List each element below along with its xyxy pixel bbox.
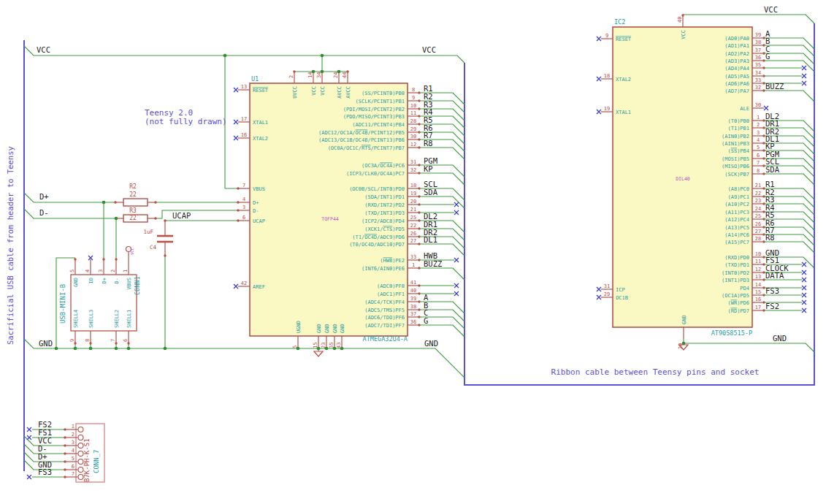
net-label: VCC [422, 45, 436, 54]
pin-number: 26 [755, 221, 761, 227]
pin-name: VBUS [126, 278, 132, 290]
pin-end [164, 254, 166, 256]
pin-name: D- [253, 208, 259, 214]
pin-end [115, 342, 117, 344]
no-connect-icon [764, 106, 768, 110]
pin-name: OC1B [616, 295, 628, 301]
pin-name: (AD0)PA0 [724, 36, 749, 42]
pin-number: 29 [604, 291, 610, 297]
pin-number: 9 [69, 339, 75, 342]
annotation-ribbon-cable: Ribbon cable between Teensy pins and soc… [551, 367, 760, 377]
no-connect-icon [454, 210, 459, 215]
junction-dot [317, 347, 321, 351]
pin-name: (AD5)PA5 [724, 74, 749, 80]
pin-name: (SDA/INT1)PD1 [364, 194, 405, 200]
pin-number: 2 [288, 75, 294, 78]
pin-number: 25 [755, 213, 761, 219]
wire [419, 325, 464, 337]
pin-name: (OC3A/OC4A)PC6 [362, 163, 405, 169]
conn7-pin-circle [78, 443, 83, 448]
no-connect-icon [802, 74, 806, 78]
no-connect-icon [454, 258, 459, 262]
no-connect-icon [597, 295, 601, 299]
pin-name: (ADC1)PF1 [377, 291, 405, 297]
pin-name: (SS)PB4 [727, 148, 749, 154]
net-label: G [424, 316, 428, 325]
pin-number: 27 [755, 229, 761, 234]
pin-number: 10 [755, 251, 761, 257]
pin-name: (AD7)PA7 [724, 88, 749, 94]
pin-number: 7 [757, 160, 760, 166]
vcc-flag-label: VCC [130, 248, 134, 255]
pin-number: 39 [410, 296, 416, 302]
no-connect-icon [597, 37, 601, 41]
pin-name: GND [332, 324, 338, 333]
pin-name: UCAP [253, 218, 265, 224]
no-connect-icon [802, 278, 806, 282]
pin-number: 32 [410, 167, 416, 173]
pin-name: (ADC12/OC1A/OC4B/PCINT12)PB5 [318, 130, 405, 136]
pin-name: (OC0B/SCL/INT0)PD0 [349, 186, 405, 192]
pin-name: XTAL2 [616, 77, 631, 83]
pin-name: VBUS [253, 186, 265, 192]
pin-number: 2 [757, 122, 760, 128]
pin-name: D+ [253, 200, 259, 206]
pin-name: (RD)PD7 [727, 308, 749, 314]
pin-name: (T0/OC4D/ADC10)PD7 [349, 242, 405, 248]
pin-end [237, 209, 239, 211]
pin-number: 9 [605, 33, 608, 39]
pin-name: (ADC7/TDI)PF7 [364, 323, 405, 329]
pin-name: (AD1)PA1 [724, 43, 749, 49]
pin-name: (AIN1)PB3 [722, 141, 749, 147]
wire [764, 53, 814, 64]
pin-name: (AIN0)PB2 [722, 134, 749, 140]
pin-name: VCC [320, 86, 326, 96]
pin-number: 5 [757, 145, 760, 150]
pin-number: 31 [604, 283, 610, 289]
no-connect-icon [454, 291, 459, 296]
pin-number: 10 [410, 103, 416, 109]
pin-number: 3 [98, 270, 104, 272]
junction-dot [337, 70, 341, 74]
net-label: FS3 [38, 467, 52, 476]
pin-number: 8 [412, 87, 415, 93]
net-label: SDA [424, 188, 438, 196]
pin-name: (SCK)PB7 [724, 172, 749, 177]
pin-name: (A13)PC5 [724, 225, 749, 231]
pin-number: 13 [241, 84, 247, 90]
no-connect-icon [802, 293, 806, 297]
pin-number: 16 [241, 132, 247, 138]
net-label: SDA [765, 165, 780, 174]
junction-dot [115, 217, 118, 221]
pin-number: 37 [410, 311, 416, 317]
pin-name: AVCC [345, 86, 351, 99]
pin-name: D+ [102, 278, 107, 283]
u1-reference: U1 [251, 75, 259, 83]
pin-name: (RXD)PD0 [724, 255, 749, 261]
pin-name: (AD3)PA3 [724, 58, 749, 64]
pin-number: 25 [410, 215, 416, 221]
wire [24, 46, 464, 63]
pin-number: 21 [755, 183, 761, 188]
pin-end [64, 428, 66, 430]
pin-name: (SCLK/PCINT1)PB1 [356, 99, 405, 104]
pin-name: (SS/PCINT0)PB0 [362, 91, 405, 96]
pin-name: (ADC13/OC1B/OC4B/PCINT13)PB6 [318, 137, 405, 143]
pin-name: (A12)PC4 [724, 217, 749, 223]
resistor-reference: R2 [129, 183, 137, 190]
pin-number: 36 [755, 55, 761, 61]
pin-number: 1 [123, 270, 129, 272]
pin-end [64, 468, 66, 470]
pin-name: (PDI/MOSI/PCINT2)PB2 [343, 107, 405, 112]
pin-number: 7 [110, 339, 116, 342]
resistor-value: 22 [129, 191, 137, 198]
pin-number: 24 [755, 206, 761, 212]
junction-dot [223, 54, 227, 58]
pin-name: SHELL2 [114, 310, 120, 328]
net-label: DL1 [424, 235, 437, 244]
pin-end [164, 219, 166, 221]
pin-number: 3 [242, 205, 245, 210]
junction-dot [55, 347, 58, 351]
pin-number: 41 [410, 280, 416, 286]
pin-name: PD4 [740, 286, 749, 291]
